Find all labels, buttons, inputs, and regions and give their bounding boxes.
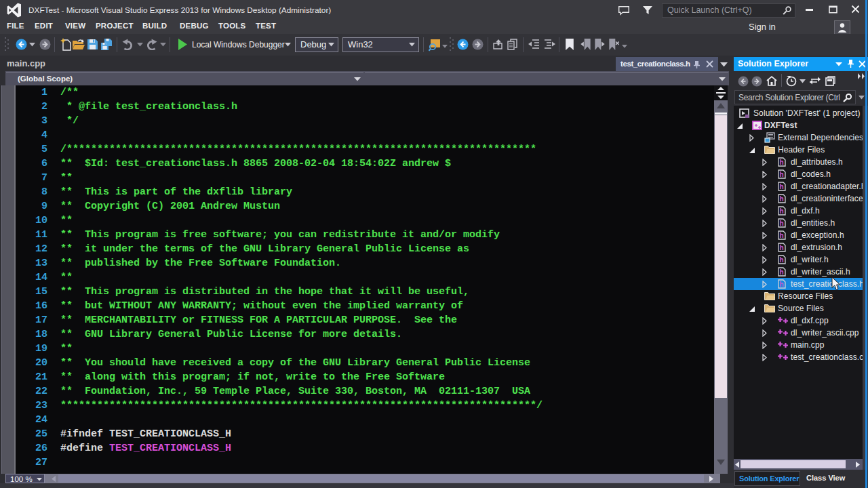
svg-text:h: h <box>780 159 784 166</box>
svg-text:h: h <box>780 232 784 239</box>
svg-text:h: h <box>780 256 784 264</box>
svg-text:h: h <box>780 171 784 178</box>
svg-text:h: h <box>780 281 784 288</box>
svg-text:h: h <box>780 195 784 203</box>
svg-text:h: h <box>780 244 784 251</box>
svg-text:h: h <box>780 268 784 276</box>
svg-text:h: h <box>780 220 784 227</box>
svg-text:h: h <box>780 183 784 190</box>
svg-text:h: h <box>780 207 784 215</box>
